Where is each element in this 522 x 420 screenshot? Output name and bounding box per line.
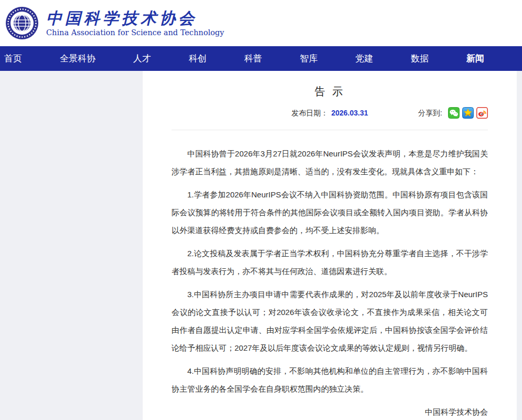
article-paragraph: 1.学者参加2026年NeurIPS会议不纳入中国科协资助范围。中国科协原有项目… (172, 186, 488, 239)
share-bar: 分享到: (418, 107, 488, 119)
publish-date-value: 2026.03.31 (331, 109, 368, 117)
cast-emblem-icon (5, 6, 39, 40)
nav-item-thinktank[interactable]: 智库 (300, 52, 317, 65)
weibo-share-icon[interactable] (476, 107, 488, 119)
article-body: 中国科协曾于2026年3月27日就2026年NeurIPS会议发表声明，本意是尽… (172, 145, 488, 420)
article-meta: 发布日期：2026.03.31 分享到: (172, 107, 488, 119)
site-logo[interactable]: 中国科学技术协会 China Association for Science a… (5, 6, 224, 40)
nav-item-news[interactable]: 新闻 (466, 52, 484, 65)
article-signature: 中国科学技术协会 (172, 403, 488, 420)
article-paragraph: 3.中国科协所主办项目申请中需要代表作成果的，对2025年及以前年度收录于Neu… (172, 286, 488, 357)
logo-title: 中国科学技术协会 (46, 9, 224, 27)
meta-divider (172, 130, 488, 130)
nav-item-party-building[interactable]: 党建 (355, 52, 373, 65)
site-header: 中国科学技术协会 China Association for Science a… (0, 0, 522, 46)
article-paragraph: 4.中国科协声明明确的安排，不影响其他机构和单位的自主管理行为，亦不影响中国科协… (172, 362, 488, 398)
share-label: 分享到: (418, 107, 442, 119)
nav-item-home[interactable]: 首页 (4, 52, 22, 65)
article-panel: 告 示 发布日期：2026.03.31 分享到: (143, 71, 517, 420)
article-paragraph: 中国科协曾于2026年3月27日就2026年NeurIPS会议发表声明，本意是尽… (172, 145, 488, 181)
article-paragraph: 2.论文投稿及发表属于学者正当学术权利，中国科协充分尊重学者自主选择，不干涉学者… (172, 245, 488, 280)
main-area: 告 示 发布日期：2026.03.31 分享到: (0, 71, 522, 420)
nav-item-science-popularization[interactable]: 科普 (244, 52, 262, 65)
nav-item-talent[interactable]: 人才 (133, 52, 151, 65)
nav-item-data[interactable]: 数据 (411, 52, 429, 65)
main-nav: 首页 全景科协 人才 科创 科普 智库 党建 数据 新闻 (0, 46, 522, 71)
wechat-share-icon[interactable] (448, 107, 460, 119)
nav-item-panorama[interactable]: 全景科协 (60, 52, 95, 65)
logo-subtitle: China Association for Science and Techno… (46, 28, 224, 37)
nav-item-scitech-innovation[interactable]: 科创 (189, 52, 207, 65)
page: 中国科学技术协会 China Association for Science a… (0, 0, 522, 420)
publish-date-label: 发布日期： (291, 109, 328, 117)
article-title: 告 示 (172, 83, 488, 99)
qzone-share-icon[interactable] (462, 107, 474, 119)
